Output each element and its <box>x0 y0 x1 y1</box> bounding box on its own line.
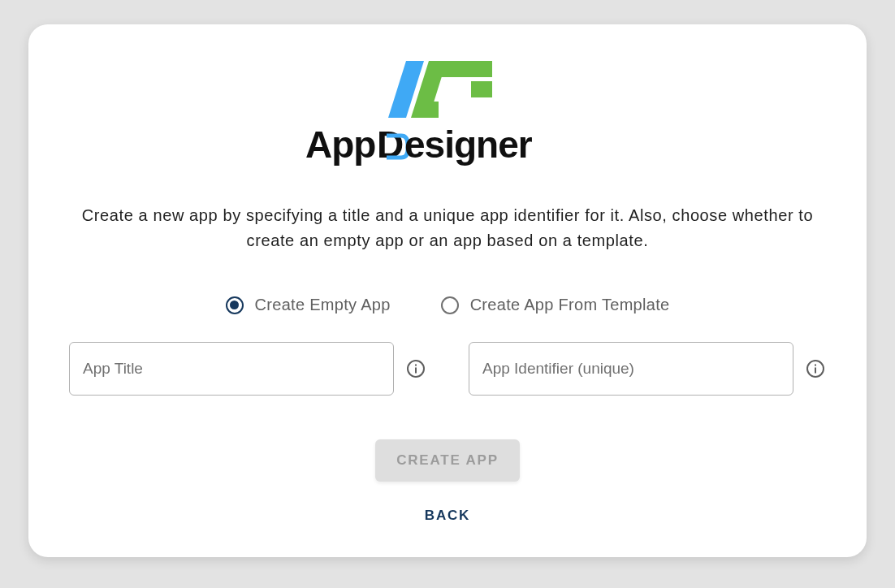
radio-label-empty: Create Empty App <box>255 296 391 314</box>
back-button[interactable]: BACK <box>412 501 483 530</box>
radio-label-template: Create App From Template <box>470 296 670 314</box>
svg-rect-10 <box>415 365 417 366</box>
svg-rect-12 <box>815 368 816 374</box>
appdesigner-logo: App D esigner <box>305 58 590 180</box>
app-title-input[interactable] <box>83 360 380 378</box>
create-app-card: App D esigner Create a new app by specif… <box>28 24 867 557</box>
app-identifier-input[interactable] <box>482 360 780 378</box>
radio-create-empty[interactable]: Create Empty App <box>226 296 391 314</box>
create-app-button[interactable]: CREATE APP <box>375 439 520 482</box>
intro-text: Create a new app by specifying a title a… <box>67 203 828 253</box>
radio-icon <box>226 296 244 314</box>
app-title-info-button[interactable] <box>405 358 426 379</box>
svg-text:esigner: esigner <box>404 123 533 166</box>
radio-icon <box>441 296 459 314</box>
app-title-field-wrap <box>69 342 394 396</box>
svg-rect-4 <box>471 81 492 97</box>
app-identifier-field-wrap <box>469 342 793 396</box>
svg-rect-3 <box>417 102 439 118</box>
info-icon <box>806 359 825 378</box>
svg-text:App: App <box>305 123 375 166</box>
app-identifier-info-button[interactable] <box>805 358 826 379</box>
logo-area: App D esigner <box>67 58 828 180</box>
svg-rect-13 <box>815 365 816 366</box>
svg-rect-9 <box>415 368 417 374</box>
info-icon <box>406 359 426 378</box>
fields-row <box>67 342 828 396</box>
radio-create-from-template[interactable]: Create App From Template <box>441 296 670 314</box>
creation-mode-radio-group: Create Empty App Create App From Templat… <box>67 296 828 314</box>
svg-rect-2 <box>432 61 492 77</box>
